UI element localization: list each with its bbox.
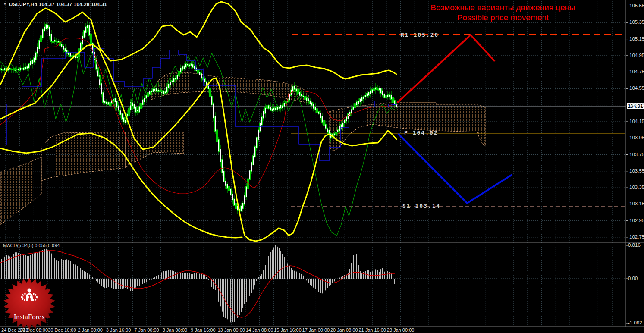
- time-axis-label: 15 Jan 16:00: [273, 327, 302, 333]
- price-axis-tick: 105.35: [629, 19, 644, 25]
- time-axis-label: 3 Jan 16:00: [104, 327, 133, 333]
- time-axis-label: 14 Jan 08:00: [245, 327, 274, 333]
- time-axis-label: 20 Jan 08:00: [330, 327, 359, 333]
- time-axis-label: 23 Jan 00:00: [386, 327, 415, 333]
- price-axis-tick: 105.55: [629, 3, 644, 8]
- macd-axis-tick: -1.062: [628, 320, 642, 325]
- time-axis-label: 21 Jan 16:00: [358, 327, 387, 333]
- price-axis-tick: 104.35: [629, 102, 644, 107]
- price-axis-tick: 102.75: [629, 234, 644, 239]
- chart-canvas[interactable]: [0, 0, 644, 333]
- time-axis-label: 2 Jan 08:00: [75, 327, 105, 333]
- time-axis-label: 17 Jan 00:00: [301, 327, 330, 333]
- price-axis-tick: 104.75: [629, 69, 644, 74]
- time-axis-label: 7 Jan 00:00: [132, 327, 161, 333]
- price-axis-tick: 103.75: [629, 152, 644, 157]
- price-axis-tick: 104.95: [629, 53, 644, 58]
- time-axis-label: 13 Jan 00:00: [217, 327, 246, 333]
- chart-dropdown-icon[interactable]: ▼: [3, 2, 7, 6]
- price-axis-tick: 102.95: [629, 218, 644, 223]
- price-axis-tick: 104.55: [629, 85, 644, 91]
- price-axis-tick: 103.35: [629, 185, 644, 190]
- price-axis-tick: 103.95: [629, 135, 644, 140]
- macd-axis-tick: 0.00: [628, 276, 638, 281]
- price-axis-tick: 104.15: [629, 119, 644, 124]
- time-axis-label: 8 Jan 08:00: [160, 327, 189, 333]
- price-axis-tick: 103.55: [629, 168, 644, 173]
- price-axis-tick: 105.15: [629, 36, 644, 41]
- macd-axis-tick: 0.816: [628, 242, 641, 248]
- instaforex-logo: [3, 278, 55, 330]
- chart-window: ▼ USDJPY,H4 104.37 104.37 104.28 104.31 …: [0, 0, 644, 333]
- time-axis-label: 30 Dec 16:00: [47, 327, 77, 333]
- price-axis-tick: 103.15: [629, 201, 644, 206]
- time-axis-label: 27 Dec 08:00: [19, 327, 48, 333]
- time-axis-label: 9 Jan 16:00: [188, 327, 218, 333]
